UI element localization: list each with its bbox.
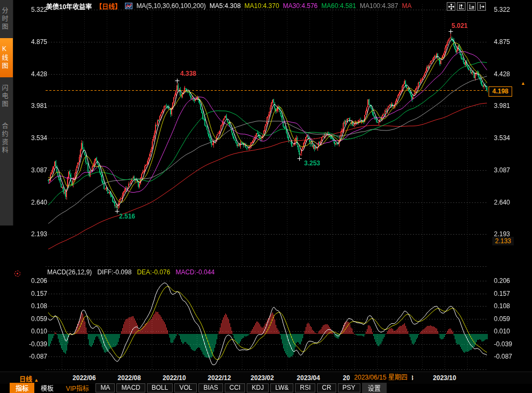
tab-indicators[interactable]: 指标 (10, 383, 34, 393)
ma30-value: MA30:4.576 (283, 2, 318, 10)
y-axis-label: 4.875 (23, 38, 47, 46)
y-axis-label: 5.322 (494, 6, 510, 13)
y-axis-label: 3.087 (494, 166, 510, 174)
left-sidebar: 分时图 K线图 闪电图 合约资料 (0, 0, 13, 225)
candlestick-chart-icon (125, 3, 132, 9)
macd-axis-label: 0.010 (23, 328, 47, 335)
x-axis-label: 2023/10 (433, 374, 456, 382)
y-axis-label: 4.428 (23, 70, 47, 78)
period-dropdown-label: 日线 (19, 376, 32, 383)
y-axis-label: 3.534 (23, 134, 47, 142)
move-icon[interactable] (447, 2, 455, 11)
x-axis-label: 2023/04 (297, 374, 320, 382)
symbol-title: 美债10年收益率 (46, 2, 92, 11)
macd-axis-label: -0.039 (23, 340, 47, 348)
tab-vip-indicators[interactable]: VIP指标 (60, 383, 95, 393)
x-axis-label: 2022/08 (117, 374, 141, 382)
macd-axis-label: 0.010 (494, 328, 510, 335)
axis-up-icon[interactable] (457, 2, 466, 11)
shift-right-icon[interactable] (477, 2, 486, 11)
y-axis-label: 5.322 (23, 6, 47, 13)
macd-axis-label: 0.108 (494, 302, 510, 310)
y-axis-label: 2.640 (23, 199, 47, 206)
sidebar-item-contract-info[interactable]: 合约资料 (0, 115, 13, 162)
x-axis-label: 2022/06 (72, 374, 95, 382)
low-price-annotation: 2.516 (119, 213, 135, 220)
y-axis-label: 4.875 (494, 38, 510, 46)
indicator-macd-button[interactable]: MACD (116, 383, 145, 392)
high-price-annotation: 4.338 (180, 70, 196, 77)
indicator-toolbar: 指标 模板 VIP指标 MA MACD BOLL VOL BIAS CCI KD… (10, 383, 387, 393)
indicator-cci-button[interactable]: CCI (225, 383, 246, 392)
y-axis-label: 3.981 (494, 102, 510, 110)
ma200-value: MA (402, 2, 411, 10)
y-axis-label: 3.981 (23, 102, 47, 110)
macd-axis-label: -0.087 (23, 353, 47, 360)
macd-marker-icon[interactable] (14, 271, 20, 276)
ma100-value: MA100:4.387 (360, 2, 398, 10)
y-axis-label: 2.640 (494, 199, 510, 206)
sidebar-item-flash-chart[interactable]: 闪电图 (0, 77, 13, 115)
period-tag: 【日线】 (95, 2, 121, 11)
y-axis-label: 3.534 (494, 134, 510, 142)
ma-caption: MA(5,10,30,60,100,200) (136, 2, 205, 10)
ma5-value: MA5:4.308 (210, 2, 241, 10)
crosshair-date-label: 2023/06/15 星期四 (350, 373, 412, 382)
indicator-rsi-button[interactable]: RSI (295, 383, 315, 392)
macd-axis-label: -0.087 (494, 353, 512, 360)
chart-legend-bar: 美债10年收益率 【日线】 MA(5,10,30,60,100,200) MA5… (46, 1, 411, 11)
x-axis-label: 2023/02 (250, 374, 274, 382)
macd-caption: MACD(26,12,9) (47, 268, 92, 276)
indicator-cr-button[interactable]: CR (317, 383, 336, 392)
chart-control-buttons (447, 2, 486, 11)
macd-axis-label: 0.206 (23, 277, 47, 285)
price-arrow-icon: ▲ (521, 81, 526, 86)
settings-button[interactable]: 设置 (362, 383, 387, 393)
indicator-kdj-button[interactable]: KDJ (247, 383, 269, 392)
y-axis-label: 4.428 (494, 70, 510, 78)
macd-legend: MACD(26,12,9) DIFF:-0.098 DEA:-0.076 MAC… (47, 268, 215, 276)
macd-axis-label: -0.039 (494, 340, 512, 348)
macd-axis-label: 0.157 (23, 290, 47, 297)
indicator-lw-button[interactable]: LW& (270, 383, 293, 392)
period-dropdown[interactable]: 日线 ▲ (19, 374, 39, 383)
indicator-bias-button[interactable]: BIAS (198, 383, 223, 392)
chevron-up-icon: ▲ (34, 377, 39, 383)
dea-value: DEA:-0.076 (137, 268, 170, 276)
ma60-value: MA60:4.581 (321, 2, 356, 10)
price-chart-canvas[interactable] (0, 0, 532, 393)
ma10-value: MA10:4.370 (245, 2, 279, 10)
y-axis-label: 3.087 (23, 166, 47, 174)
macd-axis-label: 0.059 (494, 315, 510, 323)
macd-axis-label: 0.059 (23, 315, 47, 323)
indicator-vol-button[interactable]: VOL (174, 383, 197, 392)
y-axis-label: 2.193 (23, 230, 47, 238)
indicator-psy-button[interactable]: PSY (338, 383, 360, 392)
axis-right-icon[interactable] (467, 2, 476, 11)
x-axis-label: 2022/10 (162, 374, 186, 382)
macd-value: MACD:-0.044 (175, 268, 215, 276)
low-price-annotation: 3.253 (304, 159, 320, 167)
range-low-badge: 2.133 (492, 237, 514, 245)
high-price-annotation: 5.021 (452, 22, 468, 30)
macd-axis-label: 0.206 (494, 277, 510, 285)
sidebar-item-kline-chart[interactable]: K线图 (0, 38, 13, 77)
indicator-boll-button[interactable]: BOLL (147, 383, 173, 392)
tab-templates[interactable]: 模板 (35, 383, 60, 393)
current-price-badge: 4.198 (489, 86, 512, 97)
macd-axis-label: 0.157 (494, 290, 510, 297)
indicator-ma-button[interactable]: MA (95, 383, 115, 392)
diff-value: DIFF:-0.098 (97, 268, 131, 276)
sidebar-item-time-chart[interactable]: 分时图 (0, 0, 13, 38)
macd-axis-label: 0.108 (23, 302, 47, 310)
x-axis-label: 2022/12 (208, 374, 231, 382)
